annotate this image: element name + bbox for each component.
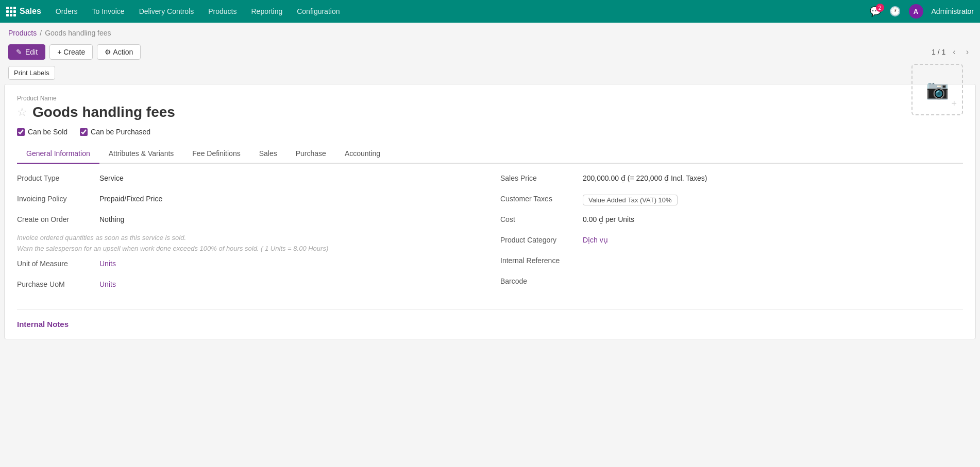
- tab-accounting[interactable]: Accounting: [335, 144, 390, 164]
- checkboxes-row: Can be Sold Can be Purchased: [17, 128, 963, 136]
- prev-button[interactable]: ‹: [950, 46, 958, 58]
- purchase-uom-value[interactable]: Units: [99, 278, 480, 288]
- pagination: 1 / 1 ‹ ›: [932, 46, 972, 58]
- tab-sales[interactable]: Sales: [250, 144, 286, 164]
- top-nav-right: 💬 2 🕐 A Administrator: [870, 4, 974, 19]
- breadcrumb-separator: /: [40, 29, 42, 37]
- form-right: Sales Price 200,000.00 ₫ (= 220,000 ₫ In…: [500, 172, 963, 299]
- tab-purchase[interactable]: Purchase: [286, 144, 335, 164]
- can-be-purchased-checkbox[interactable]: Can be Purchased: [80, 128, 150, 136]
- product-image[interactable]: 📷 +: [911, 64, 963, 115]
- grid-icon: [6, 7, 15, 16]
- action-button[interactable]: ⚙ Action: [97, 44, 141, 60]
- app-title: Sales: [20, 7, 41, 16]
- toolbar: ✎ Edit + Create ⚙ Action 1 / 1 ‹ ›: [0, 40, 980, 64]
- tab-general-information[interactable]: General Information: [17, 144, 99, 164]
- top-nav: Sales Orders To Invoice Delivery Control…: [0, 0, 980, 23]
- cost-value: 0.00 ₫ per Units: [583, 213, 963, 223]
- product-category-label: Product Category: [500, 234, 583, 244]
- customer-taxes-label: Customer Taxes: [500, 193, 583, 203]
- sales-price-row: Sales Price 200,000.00 ₫ (= 220,000 ₫ In…: [500, 172, 963, 187]
- internal-reference-value: [583, 254, 963, 256]
- camera-icon: 📷: [926, 79, 949, 100]
- internal-reference-label: Internal Reference: [500, 254, 583, 265]
- product-form: 📷 + Product Name ☆ Goods handling fees C…: [4, 84, 976, 339]
- product-type-row: Product Type Service: [17, 172, 480, 187]
- invoicing-policy-label: Invoicing Policy: [17, 193, 99, 203]
- unit-of-measure-value[interactable]: Units: [99, 257, 480, 268]
- can-be-sold-checkbox[interactable]: Can be Sold: [17, 128, 67, 136]
- barcode-label: Barcode: [500, 275, 583, 285]
- hint2: Warn the salesperson for an upsell when …: [17, 245, 480, 252]
- invoicing-policy-value: Prepaid/Fixed Price: [99, 193, 480, 203]
- customer-taxes-row: Customer Taxes Value Added Tax (VAT) 10%: [500, 193, 963, 208]
- nav-products[interactable]: Products: [202, 4, 243, 19]
- product-name-row: ☆ Goods handling fees: [17, 104, 911, 120]
- app-logo[interactable]: Sales: [6, 7, 41, 16]
- user-name: Administrator: [932, 7, 974, 15]
- breadcrumb-link-products[interactable]: Products: [8, 29, 37, 37]
- pagination-info: 1 / 1: [932, 48, 945, 56]
- next-button[interactable]: ›: [963, 46, 972, 58]
- nav-reporting[interactable]: Reporting: [245, 4, 289, 19]
- unit-of-measure-label: Unit of Measure: [17, 257, 99, 268]
- nav-orders[interactable]: Orders: [49, 4, 84, 19]
- cost-row: Cost 0.00 ₫ per Units: [500, 213, 963, 229]
- product-title: Goods handling fees: [32, 104, 175, 120]
- purchase-uom-row: Purchase UoM Units: [17, 278, 480, 293]
- customer-taxes-value: Value Added Tax (VAT) 10%: [583, 193, 963, 205]
- print-toolbar: Print Labels: [0, 64, 980, 84]
- nav-configuration[interactable]: Configuration: [291, 4, 346, 19]
- product-category-value[interactable]: Dịch vụ: [583, 234, 963, 244]
- product-name-label: Product Name: [17, 95, 963, 102]
- tab-fee-definitions[interactable]: Fee Definitions: [183, 144, 249, 164]
- barcode-row: Barcode: [500, 275, 963, 290]
- message-count-badge: 2: [876, 4, 884, 12]
- nav-items: Orders To Invoice Delivery Controls Prod…: [49, 4, 870, 19]
- edit-icon: ✎: [16, 48, 22, 56]
- add-image-icon: +: [951, 98, 957, 109]
- edit-button[interactable]: ✎ Edit: [8, 44, 45, 60]
- create-on-order-row: Create on Order Nothing: [17, 213, 480, 229]
- barcode-value: [583, 275, 963, 277]
- product-type-label: Product Type: [17, 172, 99, 182]
- user-avatar[interactable]: A: [909, 4, 923, 19]
- create-on-order-label: Create on Order: [17, 213, 99, 223]
- nav-delivery-controls[interactable]: Delivery Controls: [133, 4, 200, 19]
- create-on-order-value: Nothing: [99, 213, 480, 223]
- unit-of-measure-row: Unit of Measure Units: [17, 257, 480, 273]
- print-labels-button[interactable]: Print Labels: [8, 66, 55, 80]
- messages-icon[interactable]: 💬 2: [870, 6, 881, 17]
- breadcrumb: Products / Goods handling fees: [0, 23, 980, 40]
- create-button[interactable]: + Create: [49, 44, 93, 60]
- product-category-row: Product Category Dịch vụ: [500, 234, 963, 249]
- sales-price-value: 200,000.00 ₫ (= 220,000 ₫ Incl. Taxes): [583, 172, 963, 182]
- sales-price-label: Sales Price: [500, 172, 583, 182]
- form-section: Product Type Service Invoicing Policy Pr…: [17, 172, 963, 299]
- hint1: Invoice ordered quantities as soon as th…: [17, 234, 480, 241]
- form-left: Product Type Service Invoicing Policy Pr…: [17, 172, 480, 299]
- nav-to-invoice[interactable]: To Invoice: [86, 4, 131, 19]
- invoicing-policy-row: Invoicing Policy Prepaid/Fixed Price: [17, 193, 480, 208]
- purchase-uom-label: Purchase UoM: [17, 278, 99, 288]
- tabs: General Information Attributes & Variant…: [17, 144, 963, 164]
- favorite-star-icon[interactable]: ☆: [17, 106, 27, 119]
- breadcrumb-current: Goods handling fees: [45, 29, 111, 37]
- cost-label: Cost: [500, 213, 583, 223]
- product-type-value: Service: [99, 172, 480, 182]
- tax-badge[interactable]: Value Added Tax (VAT) 10%: [583, 195, 678, 205]
- clock-icon[interactable]: 🕐: [889, 6, 901, 17]
- tab-attributes-variants[interactable]: Attributes & Variants: [99, 144, 183, 164]
- divider: [17, 309, 963, 309]
- internal-notes-label[interactable]: Internal Notes: [17, 320, 963, 328]
- internal-reference-row: Internal Reference: [500, 254, 963, 270]
